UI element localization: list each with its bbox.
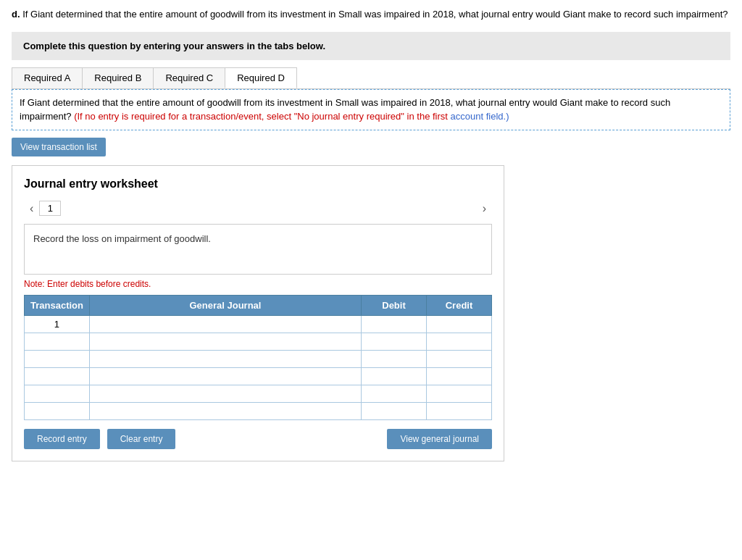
- cell-transaction: [25, 367, 90, 385]
- journal-table: Transaction General Journal Debit Credit…: [24, 295, 492, 420]
- cell-transaction: [25, 385, 90, 402]
- journal-input[interactable]: [93, 354, 358, 364]
- page-number-box: 1: [39, 201, 61, 216]
- question-account-field: account field.): [451, 111, 509, 122]
- cell-credit[interactable]: [427, 385, 492, 402]
- worksheet-container: Journal entry worksheet ‹ 1 › Record the…: [12, 165, 504, 461]
- question-text: If Giant determined that the entire amou…: [22, 9, 728, 20]
- instruction-text: Complete this question by entering your …: [23, 41, 325, 51]
- bottom-buttons: Record entry Clear entry View general jo…: [24, 429, 492, 449]
- journal-input[interactable]: [93, 388, 358, 399]
- table-row: [25, 402, 492, 419]
- debit-input[interactable]: [364, 319, 423, 330]
- next-arrow[interactable]: ›: [477, 201, 492, 217]
- credit-input[interactable]: [430, 388, 488, 399]
- cell-journal[interactable]: [89, 333, 361, 350]
- cell-credit[interactable]: [427, 402, 492, 419]
- description-text: Record the loss on impairment of goodwil…: [33, 233, 211, 244]
- cell-credit[interactable]: [427, 315, 492, 333]
- question-label: d.: [12, 9, 20, 20]
- table-row: 1: [25, 315, 492, 333]
- cell-journal[interactable]: [89, 385, 361, 402]
- credit-input[interactable]: [430, 319, 488, 330]
- tab-required-a[interactable]: Required A: [12, 67, 83, 88]
- cell-debit[interactable]: [362, 402, 427, 419]
- cell-journal[interactable]: [89, 350, 361, 367]
- table-row: [25, 350, 492, 367]
- col-header-debit: Debit: [362, 295, 427, 315]
- worksheet-title: Journal entry worksheet: [24, 177, 492, 191]
- cell-credit[interactable]: [427, 333, 492, 350]
- view-transaction-button[interactable]: View transaction list: [12, 138, 106, 156]
- nav-row: ‹ 1 ›: [24, 201, 492, 217]
- table-row: [25, 333, 492, 350]
- debit-input[interactable]: [364, 406, 423, 417]
- debit-input[interactable]: [364, 354, 423, 364]
- journal-input[interactable]: [93, 336, 358, 347]
- journal-input[interactable]: [93, 406, 358, 417]
- prev-arrow[interactable]: ‹: [24, 201, 39, 217]
- cell-debit[interactable]: [362, 315, 427, 333]
- table-row: [25, 367, 492, 385]
- cell-transaction: [25, 333, 90, 350]
- credit-input[interactable]: [430, 406, 488, 417]
- record-entry-button[interactable]: Record entry: [24, 429, 100, 449]
- clear-entry-button[interactable]: Clear entry: [107, 429, 176, 449]
- credit-input[interactable]: [430, 336, 488, 347]
- tab-required-b[interactable]: Required B: [82, 67, 154, 88]
- description-box: Record the loss on impairment of goodwil…: [24, 224, 492, 275]
- note-text: Note: Enter debits before credits.: [24, 279, 492, 289]
- debit-input[interactable]: [364, 371, 423, 382]
- cell-debit[interactable]: [362, 350, 427, 367]
- instruction-box: Complete this question by entering your …: [12, 32, 730, 60]
- col-header-credit: Credit: [427, 295, 492, 315]
- cell-journal[interactable]: [89, 402, 361, 419]
- cell-transaction: [25, 402, 90, 419]
- question-text-box: If Giant determined that the entire amou…: [12, 89, 730, 130]
- journal-input[interactable]: [93, 371, 358, 382]
- cell-debit[interactable]: [362, 385, 427, 402]
- col-header-transaction: Transaction: [25, 295, 90, 315]
- cell-credit[interactable]: [427, 367, 492, 385]
- credit-input[interactable]: [430, 371, 488, 382]
- debit-input[interactable]: [364, 388, 423, 399]
- table-row: [25, 385, 492, 402]
- credit-input[interactable]: [430, 354, 488, 364]
- question-header: d. If Giant determined that the entire a…: [12, 7, 730, 22]
- cell-journal[interactable]: [89, 315, 361, 333]
- cell-transaction: 1: [25, 315, 90, 333]
- tab-required-c[interactable]: Required C: [153, 67, 225, 88]
- cell-transaction: [25, 350, 90, 367]
- tabs-container: Required A Required B Required C Require…: [12, 67, 730, 89]
- question-note-text: (If no entry is required for a transacti…: [74, 111, 450, 122]
- col-header-journal: General Journal: [89, 295, 361, 315]
- cell-journal[interactable]: [89, 367, 361, 385]
- journal-input[interactable]: [93, 319, 358, 330]
- cell-debit[interactable]: [362, 367, 427, 385]
- debit-input[interactable]: [364, 336, 423, 347]
- cell-credit[interactable]: [427, 350, 492, 367]
- view-general-journal-button[interactable]: View general journal: [387, 429, 492, 449]
- cell-debit[interactable]: [362, 333, 427, 350]
- tab-required-d[interactable]: Required D: [225, 67, 297, 88]
